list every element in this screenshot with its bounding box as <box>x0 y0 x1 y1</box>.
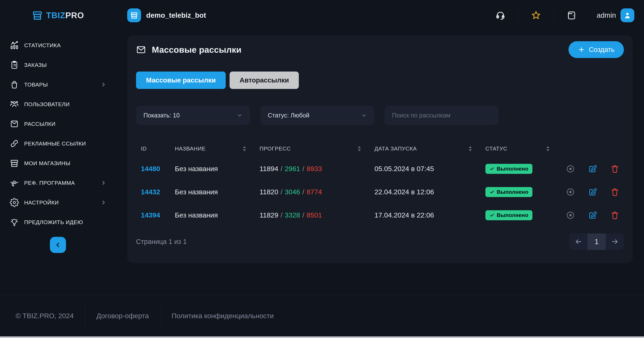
gear-icon <box>10 198 19 207</box>
progress-sent: 11829 <box>260 211 278 219</box>
mailing-name: Без названия <box>175 188 260 196</box>
user-name: admin <box>597 11 616 19</box>
sidebar-item-my-stores[interactable]: МОИ МАГАЗИНЫ <box>0 153 116 173</box>
footer-divider <box>85 303 85 329</box>
sidebar-item-orders[interactable]: ЗАКАЗЫ <box>0 55 116 75</box>
tab-auto-mailings[interactable]: Авторассылки <box>230 72 299 89</box>
favorites-button[interactable] <box>518 0 554 31</box>
horizontal-scrollbar[interactable] <box>0 336 644 338</box>
edit-pencil-icon <box>588 164 597 173</box>
progress-failed: 8933 <box>306 165 322 173</box>
column-name[interactable]: НАЗВАНИЕ <box>175 145 260 152</box>
delete-mailing-button[interactable] <box>610 164 619 173</box>
row-actions <box>563 188 624 197</box>
next-page-button[interactable] <box>606 233 624 250</box>
launch-date: 22.04.2024 в 12:06 <box>374 188 486 196</box>
sidebar-item-statistics[interactable]: СТАТИСТИКА <box>0 36 116 55</box>
mailing-id-link[interactable]: 14432 <box>141 188 160 196</box>
clipboard-icon <box>10 60 19 70</box>
copyright: © TBIZ.PRO, 2024 <box>16 312 74 320</box>
status-badge: Выполнено <box>486 164 532 174</box>
column-launch-date[interactable]: ДАТА ЗАПУСКА <box>374 145 486 152</box>
stop-mailing-button[interactable] <box>566 164 575 173</box>
sidebar-item-users[interactable]: ПОЛЬЗОВАТЕЛИ <box>0 94 116 114</box>
sidebar-item-ad-links[interactable]: РЕКЛАМНЫЕ ССЫЛКИ <box>0 134 116 153</box>
sidebar-item-mailings[interactable]: РАССЫЛКИ <box>0 114 116 134</box>
delete-mailing-button[interactable] <box>610 188 619 197</box>
progress-delivered: 3328 <box>285 211 300 219</box>
stop-circle-icon <box>566 164 575 173</box>
sidebar-item-products[interactable]: ТОВАРЫ <box>0 75 116 94</box>
arrow-right-icon <box>611 238 618 245</box>
mailing-name: Без названия <box>175 165 260 173</box>
user-menu[interactable]: admin <box>597 8 634 22</box>
edit-mailing-button[interactable] <box>588 211 597 220</box>
stats-chart-icon <box>10 41 19 50</box>
mailing-id-link[interactable]: 14394 <box>141 211 160 219</box>
stop-circle-icon <box>566 188 575 197</box>
support-button[interactable] <box>483 0 518 31</box>
plus-icon <box>578 46 585 53</box>
sort-icon <box>358 146 361 151</box>
progress-delivered: 3046 <box>285 188 300 196</box>
mailing-id-link[interactable]: 14480 <box>141 165 160 173</box>
tab-mass-mailings[interactable]: Массовые рассылки <box>136 72 226 89</box>
current-bot-selector[interactable]: demo_telebiz_bot <box>127 8 206 22</box>
storefront-icon <box>10 159 19 168</box>
launch-date: 17.04.2024 в 22:06 <box>374 211 486 219</box>
status-filter-select[interactable]: Статус: Любой <box>260 106 374 125</box>
stop-mailing-button[interactable] <box>566 211 575 220</box>
footer-link-privacy[interactable]: Политика конфиденциальности <box>172 312 274 320</box>
delete-mailing-button[interactable] <box>610 211 619 220</box>
status-cell: Выполнено <box>486 187 563 197</box>
check-icon <box>490 213 494 218</box>
arrow-left-icon <box>575 238 582 245</box>
sidebar-item-label: МОИ МАГАЗИНЫ <box>24 160 70 166</box>
show-count-select[interactable]: Показать: 10 <box>136 106 250 125</box>
edit-mailing-button[interactable] <box>588 164 597 173</box>
progress-sent: 11894 <box>260 165 278 173</box>
trash-icon <box>610 164 619 173</box>
stop-mailing-button[interactable] <box>566 188 575 197</box>
sort-icon <box>546 146 549 151</box>
footer-link-offer[interactable]: Договор-оферта <box>96 312 149 320</box>
create-mailing-button[interactable]: Создать <box>568 41 624 58</box>
status-cell: Выполнено <box>486 210 563 220</box>
person-icon <box>623 11 632 20</box>
logo-text: TBIZPRO <box>46 11 84 20</box>
pager: 1 <box>569 233 624 250</box>
pagination: Страница 1 из 1 1 <box>136 233 624 250</box>
mailing-id-cell: 14394 <box>136 211 175 219</box>
column-progress[interactable]: ПРОГРЕСС <box>260 145 374 152</box>
chevron-down-icon <box>236 112 243 118</box>
edit-mailing-button[interactable] <box>588 188 597 197</box>
mailing-id-cell: 14432 <box>136 188 175 196</box>
sidebar-collapse-button[interactable] <box>50 237 66 253</box>
sidebar-item-suggest-idea[interactable]: ПРЕДЛОЖИТЬ ИДЕЮ <box>0 212 116 232</box>
topbar-actions: admin <box>483 0 644 31</box>
sidebar-item-label: РЕФ. ПРОГРАММА <box>24 180 75 186</box>
chevron-right-icon <box>101 82 106 87</box>
search-input[interactable] <box>392 112 491 119</box>
sidebar-item-ref-program[interactable]: РЕФ. ПРОГРАММА <box>0 173 116 193</box>
page-number[interactable]: 1 <box>588 233 606 250</box>
row-actions <box>563 164 624 173</box>
sidebar-item-settings[interactable]: НАСТРОЙКИ <box>0 193 116 212</box>
page-title: Массовые рассылки <box>152 45 242 55</box>
sidebar-item-label: ЗАКАЗЫ <box>24 62 47 68</box>
progress-failed: 8501 <box>306 211 322 219</box>
prev-page-button[interactable] <box>569 233 588 250</box>
topbar: TBIZPRO demo_telebiz_bot <box>0 0 644 31</box>
users-group-icon <box>10 100 19 109</box>
column-status[interactable]: СТАТУС <box>486 145 563 152</box>
table-row: 14480 Без названия 11894/2961/8933 05.05… <box>136 157 624 180</box>
progress-cell: 11820/3046/8774 <box>260 188 374 196</box>
sort-icon <box>243 146 246 151</box>
table-row: 14394 Без названия 11829/3328/8501 17.04… <box>136 204 624 227</box>
app-logo[interactable]: TBIZPRO <box>0 10 116 21</box>
table-header: ID НАЗВАНИЕ ПРОГРЕСС ДАТА ЗАПУСКА СТАТУС <box>136 140 624 157</box>
mailings-card: Массовые рассылки Создать Массовые рассы… <box>127 35 633 263</box>
status-filter-value: Статус: Любой <box>268 112 310 119</box>
wallet-button[interactable] <box>554 0 589 31</box>
mailings-tabs: Массовые рассылки Авторассылки <box>136 72 624 89</box>
